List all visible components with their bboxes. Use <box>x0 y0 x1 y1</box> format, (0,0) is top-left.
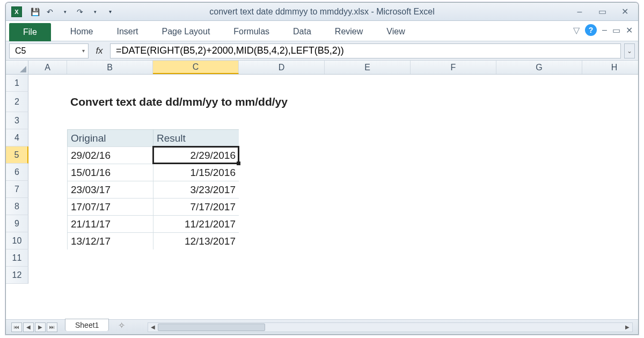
tab-review[interactable]: Review <box>323 23 375 41</box>
row-header-9[interactable]: 9 <box>6 215 28 232</box>
table-header-original[interactable]: Original <box>67 129 153 146</box>
undo-icon[interactable]: ↶ <box>43 6 56 18</box>
redo-icon[interactable]: ↷ <box>74 6 86 18</box>
row-header-1[interactable]: 1 <box>6 75 28 92</box>
cell-B8[interactable]: 17/07/17 <box>67 198 153 215</box>
file-tab[interactable]: File <box>9 23 51 41</box>
maximize-button[interactable]: ▭ <box>594 7 610 17</box>
scroll-left-icon[interactable]: ◀ <box>148 324 158 330</box>
tab-home[interactable]: Home <box>58 23 105 41</box>
status-bar: ⏮ ◀ ▶ ⏭ Sheet1 ✧ ◀ ▶ <box>6 319 638 334</box>
table-header-result[interactable]: Result <box>153 129 239 146</box>
close-button[interactable]: ✕ <box>617 7 633 17</box>
col-header-A[interactable]: A <box>28 61 67 74</box>
col-header-B[interactable]: B <box>67 61 153 74</box>
tab-page-layout[interactable]: Page Layout <box>150 23 222 41</box>
scroll-right-icon[interactable]: ▶ <box>623 324 632 330</box>
tab-data[interactable]: Data <box>281 23 323 41</box>
hscroll-thumb[interactable] <box>158 324 265 331</box>
row-header-4[interactable]: 4 <box>6 129 28 146</box>
col-header-F[interactable]: F <box>411 61 496 74</box>
name-box-dropdown-icon[interactable]: ▾ <box>82 48 85 54</box>
ribbon-min-icon[interactable]: ▽ <box>573 25 580 35</box>
name-box[interactable]: C5 ▾ <box>9 43 89 58</box>
page-title: Convert text date dd/mm/yy to mm/dd/yy <box>67 92 153 112</box>
window-controls: – ▭ ✕ <box>572 7 633 17</box>
grid[interactable]: A B C D E F G H 1 2Convert text date dd/… <box>6 61 638 319</box>
new-sheet-icon[interactable]: ✧ <box>115 321 127 330</box>
undo-menu-icon[interactable]: ▾ <box>58 6 71 18</box>
select-all-corner[interactable] <box>6 61 28 74</box>
row-header-12[interactable]: 12 <box>6 267 28 284</box>
fill-handle[interactable] <box>237 161 240 165</box>
tab-formulas[interactable]: Formulas <box>222 23 281 41</box>
workbook-close-icon[interactable]: ✕ <box>626 25 633 35</box>
tab-view[interactable]: View <box>375 23 416 41</box>
cell-B5[interactable]: 29/02/16 <box>67 146 153 164</box>
document-title: convert text date ddmmyy to mmddyy.xlsx … <box>209 7 434 17</box>
col-header-E[interactable]: E <box>325 61 411 74</box>
cell-C10[interactable]: 12/13/2017 <box>153 232 239 249</box>
cell-B10[interactable]: 13/12/17 <box>67 232 153 249</box>
sheet-nav-first-icon[interactable]: ⏮ <box>11 322 22 332</box>
col-header-C[interactable]: C <box>153 61 239 74</box>
sheet-area: A B C D E F G H 1 2Convert text date dd/… <box>6 61 638 319</box>
row-header-11[interactable]: 11 <box>6 249 28 267</box>
sheet-nav-prev-icon[interactable]: ◀ <box>23 322 34 332</box>
row-header-7[interactable]: 7 <box>6 181 28 198</box>
horizontal-scrollbar[interactable]: ◀ ▶ <box>148 322 633 332</box>
col-header-H[interactable]: H <box>582 61 638 74</box>
cell-C9[interactable]: 11/21/2017 <box>153 215 239 232</box>
redo-menu-icon[interactable]: ▾ <box>89 6 101 18</box>
help-icon[interactable]: ? <box>585 24 597 36</box>
cell-B9[interactable]: 21/11/17 <box>67 215 153 232</box>
row-header-5[interactable]: 5 <box>6 146 28 164</box>
title-bar: X 💾 ↶ ▾ ↷ ▾ ▾ convert text date ddmmyy t… <box>6 3 638 21</box>
fx-icon[interactable]: fx <box>92 46 107 56</box>
col-header-G[interactable]: G <box>496 61 582 74</box>
formula-bar-expand-icon[interactable]: ⌄ <box>624 43 635 58</box>
excel-window: X 💾 ↶ ▾ ↷ ▾ ▾ convert text date ddmmyy t… <box>5 2 639 335</box>
formula-input[interactable]: =DATE(RIGHT(B5,2)+2000,MID(B5,4,2),LEFT(… <box>110 43 621 58</box>
formula-text: =DATE(RIGHT(B5,2)+2000,MID(B5,4,2),LEFT(… <box>116 45 344 56</box>
cell-C5[interactable]: 2/29/2016 <box>153 146 239 164</box>
quick-access-toolbar: X 💾 ↶ ▾ ↷ ▾ ▾ <box>11 6 116 18</box>
row-header-6[interactable]: 6 <box>6 164 28 181</box>
sheet-tab[interactable]: Sheet1 <box>65 319 109 331</box>
row-header-10[interactable]: 10 <box>6 232 28 249</box>
column-headers: A B C D E F G H <box>6 61 638 75</box>
excel-logo-icon: X <box>11 6 22 17</box>
rows: 1 2Convert text date dd/mm/yy to mm/dd/y… <box>6 75 638 319</box>
cell-C7[interactable]: 3/23/2017 <box>153 181 239 198</box>
sheet-nav-last-icon[interactable]: ⏭ <box>47 322 57 332</box>
workbook-min-icon[interactable]: – <box>602 25 607 35</box>
name-box-value: C5 <box>15 46 26 56</box>
cell-B6[interactable]: 15/01/16 <box>67 164 153 181</box>
tab-insert[interactable]: Insert <box>105 23 150 41</box>
qat-customize-icon[interactable]: ▾ <box>104 6 116 18</box>
col-header-D[interactable]: D <box>239 61 325 74</box>
save-icon[interactable]: 💾 <box>28 6 41 18</box>
workbook-restore-icon[interactable]: ▭ <box>612 25 620 35</box>
ribbon: File Home Insert Page Layout Formulas Da… <box>6 21 638 41</box>
sheet-nav: ⏮ ◀ ▶ ⏭ <box>11 322 57 332</box>
cell-B7[interactable]: 23/03/17 <box>67 181 153 198</box>
hscroll-track[interactable] <box>158 323 623 332</box>
row-header-8[interactable]: 8 <box>6 198 28 215</box>
cell-C6[interactable]: 1/15/2016 <box>153 164 239 181</box>
formula-bar: C5 ▾ fx =DATE(RIGHT(B5,2)+2000,MID(B5,4,… <box>6 41 638 61</box>
row-header-2[interactable]: 2 <box>6 92 28 112</box>
minimize-button[interactable]: – <box>572 7 588 17</box>
row-header-3[interactable]: 3 <box>6 112 28 129</box>
sheet-nav-next-icon[interactable]: ▶ <box>35 322 46 332</box>
cell-C8[interactable]: 7/17/2017 <box>153 198 239 215</box>
